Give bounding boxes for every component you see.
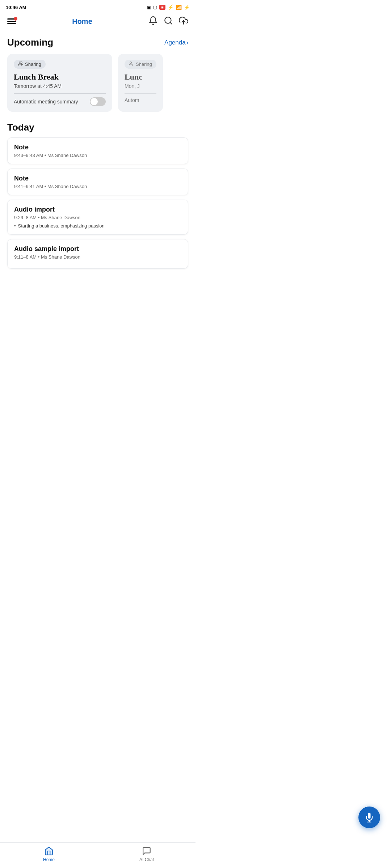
- note-meta-2: 9:41–9:41 AM • Ms Shane Dawson: [14, 184, 181, 189]
- audio-sample-card[interactable]: Audio sample import 9:11–8 AM • Ms Shane…: [7, 239, 188, 269]
- menu-button[interactable]: [7, 18, 16, 24]
- charging-icon: ⚡: [184, 5, 190, 10]
- toggle-label-2: Autom: [125, 97, 139, 103]
- bluetooth-icon: ⚡: [168, 4, 174, 10]
- status-time: 10:46 AM: [6, 5, 26, 10]
- note-title-1: Note: [14, 144, 181, 151]
- audio-import-meta: 9:29–8 AM • Ms Shane Dawson: [14, 215, 181, 220]
- sharing-icon: [18, 61, 23, 67]
- camera2-icon: ▢: [153, 5, 157, 10]
- camera-icon: ▣: [147, 5, 151, 10]
- upcoming-cards-scroll[interactable]: Sharing Lunch Break Tomorrow at 4:45 AM …: [0, 52, 196, 116]
- upload-button[interactable]: [179, 16, 188, 27]
- event-time-2: Mon, J: [125, 83, 156, 89]
- audio-import-title: Audio import: [14, 206, 181, 213]
- toggle-label-1: Automatic meeting summary: [14, 99, 78, 105]
- sharing-icon-2: [129, 61, 134, 67]
- today-section: Today Note 9:43–9:43 AM • Ms Shane Dawso…: [0, 116, 196, 269]
- upcoming-card-2[interactable]: Sharing Lunc Mon, J Autom: [118, 54, 163, 112]
- menu-notification-dot: [14, 17, 17, 21]
- upcoming-section-header: Upcoming Agenda ›: [0, 34, 196, 52]
- status-icons: ▣ ▢ ■ ⚡ 📶 ⚡: [147, 4, 190, 10]
- event-title-1: Lunch Break: [14, 72, 106, 82]
- chevron-right-icon: ›: [186, 39, 188, 46]
- note-title-2: Note: [14, 175, 181, 182]
- card-divider-2: [125, 93, 156, 94]
- audio-import-bullet: Starting a business, emphasizing passion: [14, 223, 181, 229]
- upcoming-title: Upcoming: [7, 37, 53, 48]
- sharing-badge-1: Sharing: [14, 60, 46, 69]
- meeting-summary-toggle-1[interactable]: [90, 97, 106, 106]
- event-title-2: Lunc: [125, 72, 156, 82]
- note-card-2[interactable]: Note 9:41–9:41 AM • Ms Shane Dawson: [7, 169, 188, 195]
- note-meta-1: 9:43–9:43 AM • Ms Shane Dawson: [14, 153, 181, 158]
- toggle-row-2: Autom: [125, 97, 156, 103]
- battery-red-icon: ■: [159, 5, 165, 10]
- today-section-header: Today: [0, 119, 196, 137]
- card-divider-1: [14, 93, 106, 94]
- note-card-1[interactable]: Note 9:43–9:43 AM • Ms Shane Dawson: [7, 137, 188, 164]
- header-action-icons: [148, 16, 188, 27]
- notification-button[interactable]: [148, 16, 158, 27]
- agenda-link[interactable]: Agenda ›: [164, 39, 188, 46]
- svg-point-4: [130, 62, 132, 64]
- toggle-row-1: Automatic meeting summary: [14, 97, 106, 106]
- sharing-label-2: Sharing: [136, 61, 152, 67]
- status-bar: 10:46 AM ▣ ▢ ■ ⚡ 📶 ⚡: [0, 0, 196, 13]
- event-time-1: Tomorrow at 4:45 AM: [14, 83, 106, 89]
- audio-sample-meta: 9:11–8 AM • Ms Shane Dawson: [14, 254, 181, 260]
- header: Home: [0, 13, 196, 31]
- sharing-badge-2: Sharing: [125, 60, 156, 69]
- search-button[interactable]: [164, 16, 173, 27]
- main-content: Upcoming Agenda ›: [0, 31, 196, 302]
- audio-import-card[interactable]: Audio import 9:29–8 AM • Ms Shane Dawson…: [7, 200, 188, 235]
- svg-point-3: [19, 62, 21, 64]
- upcoming-card-1[interactable]: Sharing Lunch Break Tomorrow at 4:45 AM …: [7, 54, 112, 112]
- wifi-icon: 📶: [176, 5, 182, 10]
- upcoming-section: Upcoming Agenda ›: [0, 34, 196, 116]
- today-title: Today: [7, 122, 34, 133]
- audio-sample-title: Audio sample import: [14, 245, 181, 253]
- sharing-label-1: Sharing: [25, 61, 41, 67]
- svg-line-1: [170, 22, 172, 24]
- page-title: Home: [72, 17, 92, 26]
